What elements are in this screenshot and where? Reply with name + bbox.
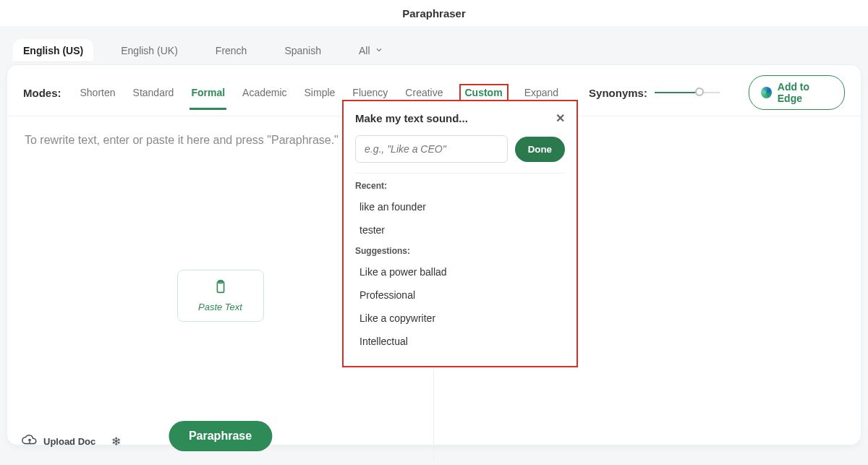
- suggestion-item[interactable]: Intellectual: [355, 330, 565, 353]
- recent-item[interactable]: tester: [355, 218, 565, 242]
- lang-tab-all[interactable]: All: [349, 39, 393, 62]
- custom-style-input[interactable]: [355, 135, 508, 163]
- recent-label: Recent:: [355, 181, 565, 191]
- synonyms-slider[interactable]: [655, 91, 720, 94]
- suggestion-item[interactable]: Like a power ballad: [355, 260, 565, 283]
- lang-all-label: All: [359, 45, 370, 56]
- main-card: Modes: Shorten Standard Formal Academic …: [7, 65, 861, 445]
- paste-text-button[interactable]: Paste Text: [177, 270, 264, 322]
- add-to-edge-button[interactable]: Add to Edge: [749, 75, 845, 110]
- page-title: Paraphraser: [0, 0, 868, 26]
- mode-custom[interactable]: Custom: [459, 84, 509, 101]
- synonyms-control: Synonyms:: [589, 87, 720, 99]
- upload-doc-label: Upload Doc: [43, 436, 95, 447]
- popover-title: Make my text sound...: [355, 112, 468, 124]
- mode-academic[interactable]: Academic: [241, 82, 288, 103]
- custom-mode-popover: Make my text sound... ✕ Done Recent: lik…: [342, 100, 578, 367]
- done-button[interactable]: Done: [515, 137, 565, 162]
- synonyms-label: Synonyms:: [589, 87, 647, 99]
- add-to-edge-label: Add to Edge: [778, 81, 833, 104]
- upload-doc-button[interactable]: Upload Doc: [22, 435, 95, 448]
- suggestions-label: Suggestions:: [355, 246, 565, 256]
- lang-tab-en-uk[interactable]: English (UK): [111, 39, 188, 62]
- cloud-upload-icon: [22, 435, 38, 448]
- divider: [355, 173, 565, 174]
- modes-label: Modes:: [23, 87, 61, 99]
- mode-simple[interactable]: Simple: [303, 82, 337, 103]
- lang-tab-en-us[interactable]: English (US): [13, 39, 93, 62]
- suggestion-item[interactable]: Professional: [355, 283, 565, 307]
- close-icon[interactable]: ✕: [556, 111, 565, 125]
- mode-formal[interactable]: Formal: [190, 82, 226, 103]
- recent-item[interactable]: like an founder: [355, 195, 565, 218]
- clipboard-icon: [213, 279, 229, 297]
- language-tabs: English (US) English (UK) French Spanish…: [7, 26, 861, 65]
- snowflake-icon[interactable]: ❄: [111, 435, 121, 448]
- suggestion-item[interactable]: Like a copywriter: [355, 307, 565, 330]
- lang-tab-french[interactable]: French: [205, 39, 258, 62]
- mode-shorten[interactable]: Shorten: [79, 82, 117, 103]
- lang-tab-spanish[interactable]: Spanish: [274, 39, 331, 62]
- paste-text-label: Paste Text: [198, 302, 242, 312]
- paraphrase-button[interactable]: Paraphrase: [169, 421, 272, 451]
- mode-standard[interactable]: Standard: [132, 82, 176, 103]
- chevron-down-icon: [375, 45, 383, 56]
- edge-icon: [761, 87, 772, 98]
